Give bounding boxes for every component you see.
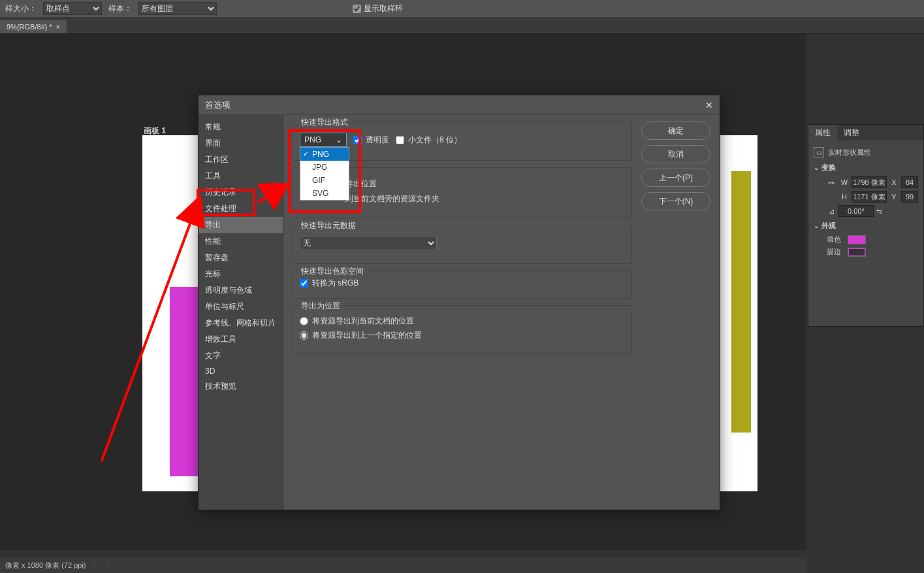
format-option-gif[interactable]: GIF [300, 174, 349, 187]
appearance-section-title[interactable]: 外观 [814, 221, 918, 231]
y-label: Y [889, 193, 899, 201]
format-dropdown-value: PNG [304, 135, 321, 144]
cancel-button[interactable]: 取消 [641, 145, 710, 163]
status-doc-info: 像素 x 1080 像素 (72 ppi) [5, 561, 86, 570]
angle-field[interactable] [838, 205, 874, 217]
show-sampling-ring-label: 显示取样环 [364, 3, 403, 14]
category-cursors[interactable]: 光标 [199, 266, 283, 282]
transform-section-title[interactable]: 变换 [814, 163, 918, 172]
height-label: H [840, 193, 849, 201]
exportloc-current-radio[interactable] [300, 317, 308, 325]
document-tab[interactable]: 9%(RGB/8#) * × [0, 20, 67, 33]
flip-h-icon[interactable]: ⇋ [876, 207, 882, 216]
exportloc-current-label: 将资源导出到当前文档的位置 [312, 316, 414, 327]
stroke-swatch[interactable] [848, 248, 866, 257]
status-separator: 〉 [93, 561, 100, 570]
category-guides[interactable]: 参考线、网格和切片 [199, 315, 283, 331]
format-option-png[interactable]: PNG [300, 148, 349, 161]
category-transparency[interactable]: 透明度与色域 [199, 282, 283, 299]
show-sampling-ring-checkbox[interactable] [353, 5, 361, 13]
y-field[interactable] [901, 191, 918, 203]
close-tab-icon[interactable]: × [56, 24, 60, 31]
stroke-label: 描边 [827, 247, 841, 257]
export-location-text1: 导出位置 [345, 178, 377, 189]
sample-size-label: 样大小： [4, 3, 38, 14]
export-location-text2: 到当前文档旁的资源文件夹 [345, 193, 439, 205]
category-export[interactable]: 导出 [199, 217, 283, 233]
category-3d[interactable]: 3D [199, 364, 283, 378]
category-units[interactable]: 单位与标尺 [199, 299, 283, 315]
export-as-location-group: 导出为位置 将资源导出到当前文档的位置 将资源导出到上一个指定的位置 [293, 305, 632, 354]
quick-export-format-title: 快速导出格式 [298, 117, 351, 128]
shape-header-label: 实时形状属性 [828, 148, 871, 157]
close-icon[interactable]: ✕ [705, 100, 713, 110]
x-field[interactable] [901, 176, 918, 188]
format-option-svg[interactable]: SVG [300, 187, 349, 200]
category-general[interactable]: 常规 [199, 119, 283, 135]
export-metadata-group: 快速导出元数据 无 [293, 225, 632, 264]
category-list: 常规 界面 工作区 工具 历史记录 文件处理 导出 性能 暂存盘 光标 透明度与… [199, 115, 283, 510]
category-type[interactable]: 文字 [199, 348, 283, 364]
format-dropdown-list: PNG JPG GIF SVG [300, 147, 349, 201]
transparency-checkbox[interactable] [353, 136, 362, 144]
export-colorspace-title: 快速导出色彩空间 [298, 266, 366, 277]
srgb-option[interactable]: 转换为 sRGB [300, 278, 625, 289]
chevron-down-icon: ⌄ [336, 135, 342, 144]
dialog-buttons: 确定 取消 上一个(P) 下一个(N) [632, 122, 710, 503]
document-tab-title: 9%(RGB/8#) * [7, 23, 52, 31]
status-chevron-icon[interactable]: 〉 [106, 561, 114, 570]
category-plugins[interactable]: 增效工具 [199, 331, 283, 348]
category-techpreview[interactable]: 技术预览 [199, 378, 283, 395]
ok-button[interactable]: 确定 [641, 122, 710, 140]
width-label: W [840, 178, 849, 186]
export-as-location-title: 导出为位置 [298, 301, 343, 312]
preferences-dialog: 首选项 ✕ 常规 界面 工作区 工具 历史记录 文件处理 导出 性能 暂存盘 光… [198, 95, 720, 510]
exportloc-current[interactable]: 将资源导出到当前文档的位置 [300, 316, 625, 327]
category-history[interactable]: 历史记录 [199, 184, 283, 201]
category-filehandling[interactable]: 文件处理 [199, 201, 283, 217]
shape-icon: ▭ [814, 147, 824, 157]
exportloc-last-label: 将资源导出到上一个指定的位置 [312, 330, 422, 341]
angle-icon: ⊿ [827, 207, 836, 216]
width-field[interactable] [852, 176, 887, 188]
smallfile-checkbox[interactable] [396, 136, 404, 144]
category-tools[interactable]: 工具 [199, 168, 283, 184]
tab-properties[interactable]: 属性 [808, 125, 837, 140]
next-button[interactable]: 下一个(N) [641, 192, 710, 210]
fill-swatch[interactable] [848, 235, 866, 244]
export-metadata-title: 快速导出元数据 [298, 220, 358, 231]
sample-layers-label: 样本： [107, 3, 133, 14]
category-interface[interactable]: 界面 [199, 135, 283, 152]
tab-adjustments[interactable]: 调整 [837, 125, 866, 140]
prev-button[interactable]: 上一个(P) [641, 169, 710, 187]
sample-layers-select[interactable]: 所有图层 [138, 2, 217, 15]
category-performance[interactable]: 性能 [199, 233, 283, 250]
preferences-content: 快速导出格式 PNG ⌄ PNG JPG GIF SVG [293, 122, 632, 503]
exportloc-last-radio[interactable] [300, 331, 308, 340]
olive-rectangle-shape[interactable] [731, 171, 751, 433]
show-sampling-ring[interactable]: 显示取样环 [353, 3, 403, 14]
category-workspace[interactable]: 工作区 [199, 152, 283, 168]
status-bar: 像素 x 1080 像素 (72 ppi) 〉 〉 [0, 557, 806, 573]
exportloc-last[interactable]: 将资源导出到上一个指定的位置 [300, 330, 625, 341]
srgb-label: 转换为 sRGB [312, 278, 358, 289]
export-colorspace-group: 快速导出色彩空间 转换为 sRGB [293, 270, 632, 299]
transparency-label: 透明度 [366, 135, 389, 146]
link-icon[interactable]: ⊶ [828, 179, 835, 186]
format-dropdown[interactable]: PNG ⌄ [300, 133, 347, 147]
category-scratch[interactable]: 暂存盘 [199, 250, 283, 266]
smallfile-label: 小文件（8 位） [408, 135, 462, 146]
quick-export-format-group: 快速导出格式 PNG ⌄ PNG JPG GIF SVG [293, 122, 632, 161]
format-option-jpg[interactable]: JPG [300, 161, 349, 174]
sample-size-select[interactable]: 取样点 [43, 2, 102, 15]
smallfile-option[interactable]: 小文件（8 位） [396, 135, 462, 146]
document-tabs: 9%(RGB/8#) * × [0, 17, 924, 34]
dialog-titlebar: 首选项 ✕ [199, 95, 720, 115]
dialog-title: 首选项 [205, 99, 231, 111]
srgb-checkbox[interactable] [300, 279, 308, 287]
properties-panel: 属性 调整 ▭ 实时形状属性 变换 ⊶ W X H Y [808, 124, 924, 327]
metadata-select[interactable]: 无 [300, 236, 437, 250]
transparency-option[interactable]: 透明度 [353, 135, 389, 146]
height-field[interactable] [852, 191, 887, 203]
fill-label: 填色 [827, 235, 841, 244]
